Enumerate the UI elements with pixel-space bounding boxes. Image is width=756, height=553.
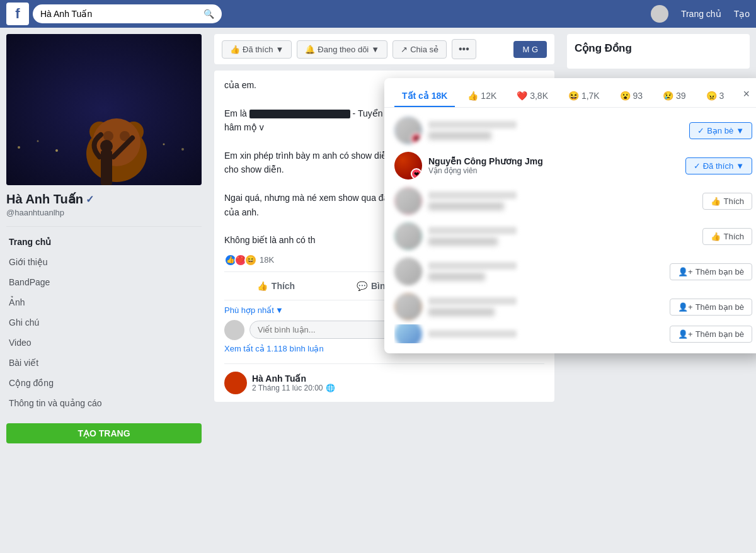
person-row-6: 👤+ Thêm bạn bè: [394, 289, 752, 324]
tab-sad-icon: 😢: [663, 91, 673, 101]
tab-angry-icon: 😠: [706, 91, 717, 101]
reaction-icons: 👍 ❤️ 😆: [224, 254, 257, 266]
filter-button[interactable]: Phù hợp nhất ▼: [224, 305, 284, 315]
person-row-1: ❤ ✓ Bạn bè ▼: [394, 113, 752, 148]
reaction-count: 18K: [260, 255, 274, 265]
sidebar-item-anh[interactable]: Ảnh: [6, 292, 202, 312]
popup-close-button[interactable]: ×: [740, 88, 752, 101]
add-friend-button-5[interactable]: 👤+ Thêm bạn bè: [670, 263, 752, 280]
sidebar-nav: Trang chủ Giới thiệu BandPage Ảnh Ghi ch…: [6, 226, 202, 413]
nav-right: Trang chủ Tạo: [651, 5, 750, 23]
sidebar-item-bai-viet[interactable]: Bài viết: [6, 353, 202, 373]
tab-haha-icon: 😆: [568, 91, 579, 101]
left-sidebar: Hà Anh Tuấn ✓ @haanhtuanlhp Trang chủ Gi…: [0, 28, 208, 450]
person-avatar-1: ❤: [394, 117, 422, 144]
person-name-1: [428, 121, 517, 128]
chevron-down-icon: ▼: [275, 45, 284, 54]
messenger-button[interactable]: M G: [513, 41, 547, 58]
person-avatar-5: [394, 258, 422, 285]
nav-home-link[interactable]: Trang chủ: [681, 9, 721, 19]
svg-point-5: [181, 148, 184, 151]
verified-badge: ✓: [86, 193, 94, 205]
sidebar-item-video[interactable]: Video: [6, 333, 202, 353]
tab-all[interactable]: Tất cả 18K: [394, 86, 455, 107]
popup-header: Tất cả 18K 👍 12K ❤️ 3,8K 😆 1,7K 😮 93 😢 3…: [384, 78, 756, 108]
person-info-4: [428, 227, 696, 246]
tab-like[interactable]: 👍 12K: [460, 86, 504, 107]
more-options-button[interactable]: •••: [452, 39, 476, 59]
nav-create-link[interactable]: Tạo: [734, 9, 750, 19]
post-author-info: Hà Anh Tuấn 2 Tháng 11 lúc 20:00 🌐: [252, 373, 335, 392]
profile-handle: @haanhtuanlhp: [6, 208, 202, 217]
tab-haha[interactable]: 😆 1,7K: [561, 86, 607, 107]
person-name-5: [428, 262, 517, 270]
person-avatar-3: [394, 187, 422, 215]
person-row-4: 👍 Thích: [394, 219, 752, 254]
svg-point-13: [100, 140, 113, 152]
checkmark-icon-1: ✓: [697, 126, 704, 135]
sidebar-item-thong-tin[interactable]: Thông tin và quảng cáo: [6, 393, 202, 413]
add-friend-button-6[interactable]: 👤+ Thêm bạn bè: [670, 299, 752, 316]
like-action-icon: 👍: [257, 281, 268, 291]
haha-icon: 😆: [244, 254, 257, 266]
person-info-1: [428, 121, 683, 140]
person-row-5: 👤+ Thêm bạn bè: [394, 254, 752, 289]
facebook-logo: f: [6, 3, 29, 25]
community-title: Cộng Đồng: [575, 42, 742, 55]
person-avatar-7: [394, 324, 422, 343]
globe-icon: 🌐: [326, 384, 335, 392]
filter-chevron-icon: ▼: [275, 305, 284, 315]
tab-sad[interactable]: 😢 39: [655, 86, 693, 107]
person-avatar-ncp: ❤: [394, 152, 422, 180]
person-sub-5: [428, 273, 485, 281]
search-input[interactable]: [40, 9, 203, 19]
liked-button[interactable]: 👍 Đã thích ▼: [222, 40, 292, 59]
svg-point-3: [55, 149, 58, 152]
person-avatar-4: [394, 222, 422, 250]
svg-rect-12: [101, 151, 112, 185]
bell-icon: 🔔: [305, 45, 315, 54]
tab-like-icon: 👍: [467, 91, 478, 101]
person-sub-6: [428, 308, 495, 316]
sidebar-item-ghi-chu[interactable]: Ghi chú: [6, 312, 202, 333]
following-button[interactable]: 🔔 Đang theo dõi ▼: [297, 40, 387, 59]
svg-point-4: [163, 144, 165, 145]
tab-love[interactable]: ❤️ 3,8K: [509, 86, 556, 107]
person-sub-4: [428, 237, 498, 246]
person-info-5: [428, 262, 663, 281]
sidebar-item-cong-dong[interactable]: Cộng đồng: [6, 373, 202, 393]
svg-point-10: [103, 131, 113, 141]
tab-wow-icon: 😮: [620, 91, 631, 101]
search-icon[interactable]: 🔍: [203, 9, 214, 19]
add-friend-icon-6: 👤+: [678, 302, 693, 312]
like-button-4[interactable]: 👍 Thích: [702, 228, 752, 245]
next-post-row: Hà Anh Tuấn 2 Tháng 11 lúc 20:00 🌐: [224, 363, 544, 394]
svg-point-1: [18, 146, 20, 149]
profile-cover-image: [6, 34, 202, 185]
person-info-6: [428, 297, 663, 316]
tab-angry[interactable]: 😠 3: [699, 86, 732, 107]
share-icon: ↗: [401, 45, 408, 54]
share-button[interactable]: ↗ Chia sẻ: [392, 40, 447, 59]
reaction-badge-ncp: ❤: [411, 168, 422, 180]
person-row-3: 👍 Thích: [394, 183, 752, 219]
person-info-ncp: Nguyễn Công Phương Jmg Vận động viên: [428, 156, 679, 175]
person-name-4: [428, 227, 517, 234]
svg-point-2: [37, 140, 39, 142]
friend-button-1[interactable]: ✓ Bạn bè ▼: [689, 122, 752, 139]
sidebar-item-bandpage[interactable]: BandPage: [6, 272, 202, 292]
sidebar-item-gioi-thieu[interactable]: Giới thiệu: [6, 252, 202, 272]
sidebar-item-trang-chu[interactable]: Trang chủ: [6, 232, 202, 252]
person-sub-1: [428, 132, 491, 140]
comment-icon: 💬: [357, 281, 367, 291]
post-author-avatar: [224, 372, 247, 394]
comment-user-avatar: [224, 320, 244, 340]
liked-button-ncp[interactable]: ✓ Đã thích ▼: [685, 157, 752, 174]
add-friend-button-7[interactable]: 👤+ Thêm bạn bè: [670, 326, 752, 343]
person-sub-3: [428, 202, 504, 210]
create-page-button[interactable]: TẠO TRANG: [6, 423, 202, 443]
like-action-button[interactable]: 👍 Thích: [224, 277, 328, 295]
like-button-3[interactable]: 👍 Thích: [702, 193, 752, 210]
person-row-7: 👤+ Thêm bạn bè: [394, 324, 752, 343]
tab-wow[interactable]: 😮 93: [612, 86, 650, 107]
